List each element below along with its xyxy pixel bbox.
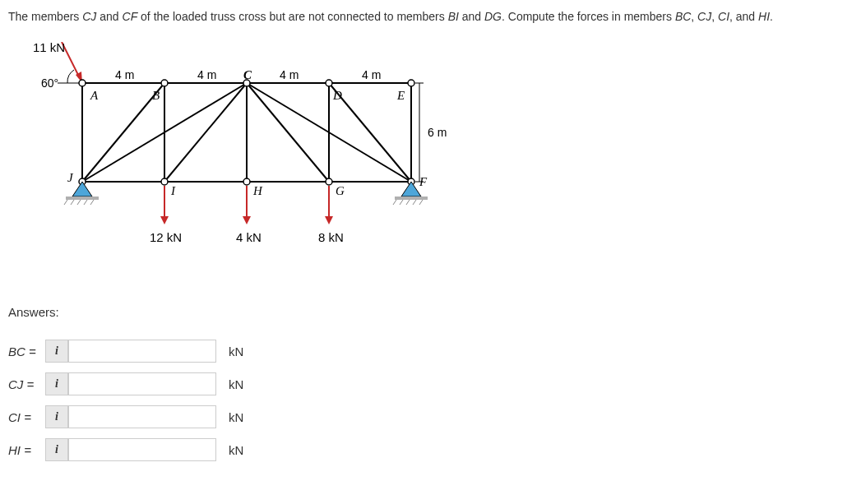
svg-point-22 xyxy=(79,80,86,86)
svg-marker-47 xyxy=(160,216,169,224)
node-J: J xyxy=(67,171,74,184)
svg-rect-33 xyxy=(66,197,99,200)
svg-line-43 xyxy=(406,200,410,205)
answer-row-ci: CI = i kN xyxy=(8,405,853,428)
info-icon[interactable]: i xyxy=(45,340,68,363)
problem-text: , xyxy=(711,10,718,23)
svg-marker-49 xyxy=(243,216,251,224)
svg-line-42 xyxy=(400,200,403,205)
svg-point-23 xyxy=(161,80,168,86)
svg-point-30 xyxy=(326,178,332,185)
load-G: 8 kN xyxy=(318,230,344,244)
svg-line-45 xyxy=(419,200,423,205)
unit-label: kN xyxy=(229,443,243,457)
truss-diagram: 11 kN 60° 4 m 4 m 4 m 4 m 6 m xyxy=(33,42,461,272)
node-H: H xyxy=(252,184,263,197)
answer-input-hi[interactable] xyxy=(68,438,216,461)
svg-point-26 xyxy=(408,80,414,86)
svg-line-34 xyxy=(64,200,67,205)
problem-text: . xyxy=(770,10,773,23)
answers-heading: Answers: xyxy=(8,305,853,319)
span1-label: 4 m xyxy=(115,68,134,81)
problem-italic: CJ xyxy=(697,10,711,23)
answer-row-bc: BC = i kN xyxy=(8,340,853,363)
problem-text: , xyxy=(691,10,697,23)
unit-label: kN xyxy=(229,344,243,358)
height-label: 6 m xyxy=(428,126,447,139)
problem-text: of the loaded truss cross but are not co… xyxy=(137,10,447,23)
node-B: B xyxy=(152,89,160,102)
answer-row-hi: HI = i kN xyxy=(8,438,853,461)
svg-line-18 xyxy=(164,83,247,182)
node-A: A xyxy=(90,89,99,102)
node-E: E xyxy=(396,89,405,102)
node-D: D xyxy=(332,89,342,102)
svg-line-36 xyxy=(77,200,81,205)
problem-statement: The members CJ and CF of the loaded trus… xyxy=(8,8,853,25)
problem-text: and xyxy=(96,10,122,23)
load-H: 4 kN xyxy=(236,230,262,244)
span3-label: 4 m xyxy=(280,68,299,81)
svg-line-37 xyxy=(84,200,87,205)
answer-input-bc[interactable] xyxy=(68,340,216,363)
svg-marker-32 xyxy=(72,182,92,197)
svg-marker-39 xyxy=(401,182,421,197)
node-C: C xyxy=(243,68,252,81)
problem-text: The members xyxy=(8,10,82,23)
answer-label-bc: BC = xyxy=(8,344,45,358)
svg-rect-40 xyxy=(395,197,428,200)
answer-label-cj: CJ = xyxy=(8,377,45,391)
svg-point-28 xyxy=(161,178,168,185)
svg-line-44 xyxy=(413,200,416,205)
answers-section: Answers: BC = i kN CJ = i kN CI = i kN H… xyxy=(8,305,853,461)
answer-row-cj: CJ = i kN xyxy=(8,372,853,395)
svg-line-19 xyxy=(247,83,329,182)
span4-label: 4 m xyxy=(362,68,381,81)
problem-italic: DG xyxy=(484,10,502,23)
svg-line-38 xyxy=(90,200,94,205)
unit-label: kN xyxy=(229,410,243,424)
problem-italic: BC xyxy=(675,10,691,23)
problem-italic: BI xyxy=(448,10,459,23)
problem-italic: CI xyxy=(718,10,729,23)
force-top-label: 11 kN xyxy=(33,42,65,54)
info-icon[interactable]: i xyxy=(45,372,68,395)
problem-text: , and xyxy=(729,10,758,23)
problem-italic: HI xyxy=(758,10,770,23)
problem-italic: CJ xyxy=(82,10,96,23)
svg-marker-51 xyxy=(325,216,333,224)
node-I: I xyxy=(170,184,176,197)
answer-input-cj[interactable] xyxy=(68,372,216,395)
span2-label: 4 m xyxy=(197,68,216,81)
truss-svg: 11 kN 60° 4 m 4 m 4 m 4 m 6 m xyxy=(33,42,461,272)
svg-line-41 xyxy=(393,200,396,205)
info-icon[interactable]: i xyxy=(45,438,68,461)
svg-point-25 xyxy=(326,80,332,86)
info-icon[interactable]: i xyxy=(45,405,68,428)
problem-italic: CF xyxy=(123,10,138,23)
svg-point-29 xyxy=(243,178,250,185)
unit-label: kN xyxy=(229,377,243,391)
answer-input-ci[interactable] xyxy=(68,405,216,428)
answer-label-ci: CI = xyxy=(8,410,45,424)
node-G: G xyxy=(336,184,345,197)
problem-text: and xyxy=(459,10,484,23)
answer-label-hi: HI = xyxy=(8,443,45,457)
svg-line-35 xyxy=(71,200,74,205)
load-I: 12 kN xyxy=(150,230,182,244)
angle-label: 60° xyxy=(41,76,58,90)
problem-text: . Compute the forces in members xyxy=(502,10,675,23)
